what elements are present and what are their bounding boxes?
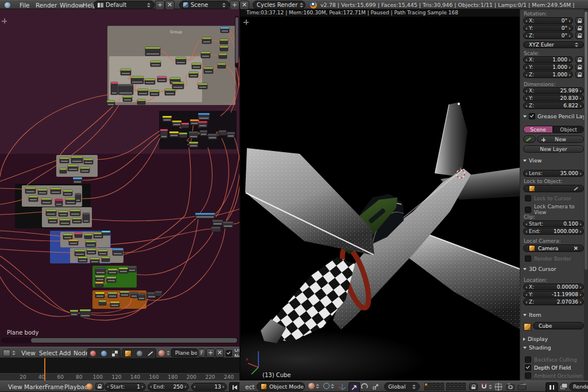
scale-y-field[interactable]: Y:1.000 — [523, 64, 573, 71]
lock-to-scene-icon[interactable] — [469, 383, 478, 390]
world-nodes-icon[interactable] — [101, 351, 107, 356]
use-nodes-checkbox[interactable] — [226, 350, 232, 356]
render-border-toggle[interactable]: Render Border — [525, 255, 571, 262]
shader-node[interactable] — [80, 309, 91, 317]
shader-node[interactable] — [71, 156, 83, 163]
shader-node[interactable] — [78, 257, 87, 262]
layer-toggle[interactable] — [454, 387, 458, 390]
layer-toggle[interactable] — [462, 383, 466, 386]
shader-node[interactable] — [41, 198, 52, 204]
shader-node[interactable] — [72, 218, 82, 223]
shader-node[interactable] — [60, 168, 67, 173]
layer-toggle[interactable] — [458, 387, 462, 390]
render-engine-selector[interactable]: Cycles Render — [253, 1, 305, 9]
item-section-header[interactable]: Item — [523, 312, 541, 318]
editor-type-selector[interactable] — [3, 349, 16, 356]
scale-x-lock[interactable] — [575, 56, 584, 63]
shader-node[interactable] — [190, 119, 199, 125]
shader-node[interactable] — [138, 89, 148, 95]
shader-node[interactable] — [201, 52, 210, 58]
shader-node[interactable] — [80, 167, 90, 173]
layout-add-button[interactable]: + — [155, 1, 165, 10]
layers-grid-1[interactable] — [424, 383, 444, 390]
shader-node[interactable] — [137, 99, 145, 104]
manipulator-rotate-button[interactable] — [359, 382, 370, 391]
shader-node[interactable] — [128, 266, 136, 272]
new-layer-button[interactable]: New Layer — [523, 145, 584, 153]
texture-nodes-icon[interactable] — [112, 351, 118, 356]
scale-x-field[interactable]: X:1.000 — [523, 56, 573, 63]
shader-node[interactable] — [165, 89, 175, 95]
rotation-x-field[interactable]: X:0° — [523, 17, 573, 24]
shader-node[interactable] — [111, 82, 118, 95]
render-layer-icon[interactable] — [559, 383, 568, 391]
shader-node[interactable] — [75, 250, 85, 256]
menu-render[interactable]: Render — [33, 1, 59, 10]
shader-node[interactable] — [95, 267, 106, 274]
shader-node[interactable] — [120, 291, 129, 297]
shader-node[interactable] — [75, 232, 82, 238]
shader-node[interactable] — [123, 96, 132, 102]
shader-node[interactable] — [25, 187, 36, 193]
shader-node[interactable] — [59, 211, 68, 216]
shader-node[interactable] — [189, 142, 198, 148]
blender-info-icon[interactable] — [5, 2, 10, 8]
shader-node[interactable] — [208, 134, 217, 139]
material-browse[interactable] — [158, 348, 170, 358]
shader-node[interactable] — [160, 129, 168, 138]
shader-node[interactable] — [48, 218, 57, 223]
shader-node[interactable] — [95, 282, 103, 287]
shader-node[interactable] — [147, 292, 156, 298]
grease-tab-object[interactable]: Object — [553, 126, 584, 133]
shader-node[interactable] — [87, 249, 96, 254]
shader-node[interactable] — [68, 165, 78, 171]
lock-icon[interactable] — [95, 383, 104, 390]
dim-y-field[interactable]: Y:20.830 — [523, 95, 584, 102]
shader-node[interactable] — [130, 292, 138, 298]
shader-node[interactable] — [65, 198, 76, 204]
clipped-menu-label[interactable]: ect — [243, 382, 257, 391]
shader-node[interactable] — [219, 130, 226, 135]
shader-node[interactable] — [94, 232, 103, 238]
shader-node[interactable] — [119, 267, 128, 273]
shader-node[interactable] — [118, 84, 133, 95]
shader-node[interactable] — [63, 234, 72, 239]
linestyle-shader-icon[interactable] — [148, 351, 153, 356]
shader-node[interactable] — [179, 133, 187, 138]
layer-toggle[interactable] — [424, 387, 428, 390]
cursor-x-field[interactable]: X:0.00000 — [523, 284, 584, 290]
shader-node[interactable] — [202, 37, 211, 44]
item-name-field[interactable]: Cube — [533, 322, 584, 329]
layout-selector[interactable]: Default — [94, 1, 154, 9]
clear-camera-icon[interactable] — [574, 246, 578, 250]
layer-toggle[interactable] — [428, 387, 432, 390]
panel-scrollbar-track[interactable] — [584, 9, 588, 381]
timeline-strip[interactable]: 20406080100120140160180200220240 — [0, 358, 239, 381]
layer-toggle[interactable] — [446, 383, 450, 386]
dim-x-field[interactable]: X:25.989 — [523, 87, 584, 94]
menu-file[interactable]: File — [17, 1, 32, 10]
rotation-y-field[interactable]: Y:0° — [523, 25, 573, 32]
rotation-x-lock[interactable] — [575, 17, 584, 24]
material-nodes-icon[interactable] — [90, 351, 96, 356]
grease-new-button[interactable]: New — [537, 135, 584, 143]
shader-node[interactable] — [60, 219, 70, 225]
snap-selector[interactable] — [481, 383, 492, 390]
shader-node[interactable] — [157, 76, 167, 82]
layer-toggle[interactable] — [432, 387, 436, 390]
vscrollbar-thumb[interactable] — [235, 17, 238, 63]
shader-node[interactable] — [145, 79, 155, 84]
shader-node[interactable] — [138, 293, 145, 300]
pause-render-button[interactable] — [546, 382, 558, 392]
layer-toggle[interactable] — [450, 383, 454, 386]
cursor3d-section-header[interactable]: 3D Cursor — [523, 266, 556, 272]
shading-selector[interactable] — [308, 383, 319, 389]
layer-toggle[interactable] — [458, 383, 462, 386]
hscrollbar-track[interactable] — [1, 337, 238, 343]
shader-node[interactable] — [195, 213, 215, 219]
open-toolshelf-icon[interactable] — [243, 20, 249, 26]
shader-node[interactable] — [38, 189, 47, 195]
object-shader-icon[interactable] — [125, 350, 131, 357]
render-anim-icon[interactable] — [517, 383, 527, 390]
layout-close-button[interactable]: ✕ — [165, 1, 175, 10]
